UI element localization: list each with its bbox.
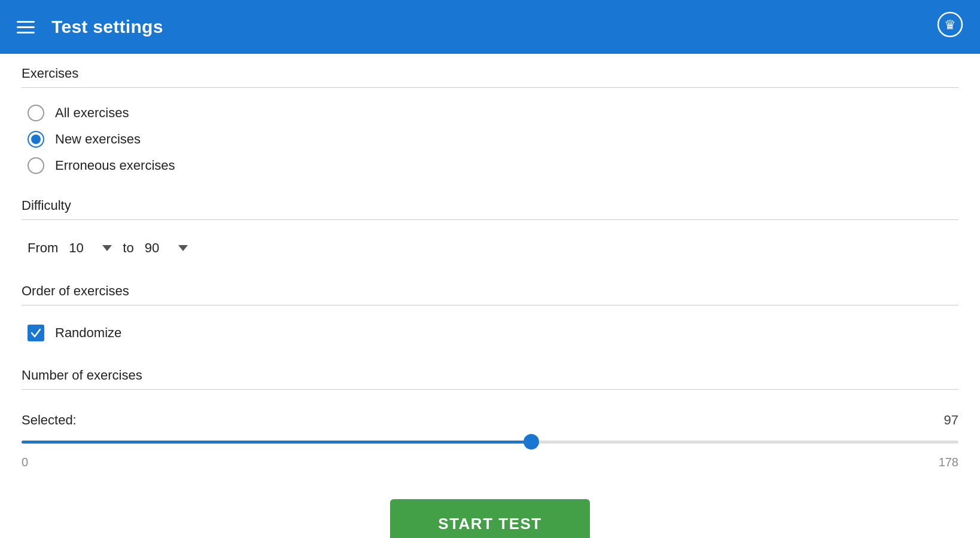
number-section-title: Number of exercises	[22, 368, 958, 383]
number-divider	[22, 389, 958, 390]
order-section-title: Order of exercises	[22, 283, 958, 299]
header-left: Test settings	[17, 17, 163, 37]
slider-header-row: Selected: 97	[22, 412, 958, 428]
slider-minmax: 0 178	[22, 456, 958, 469]
slider-section: Selected: 97 0 178	[0, 406, 980, 481]
radio-erroneous-circle[interactable]	[28, 157, 44, 174]
radio-erroneous-label: Erroneous exercises	[55, 158, 175, 173]
selected-label: Selected:	[22, 412, 77, 428]
number-section: Number of exercises	[0, 356, 980, 406]
to-dropdown-arrow[interactable]	[178, 245, 188, 251]
hamburger-icon[interactable]	[17, 21, 35, 33]
randomize-checkbox-item[interactable]: Randomize	[22, 316, 958, 350]
page-title: Test settings	[51, 17, 163, 37]
to-value: 90	[145, 240, 175, 256]
slider-max: 178	[939, 456, 958, 469]
app-logo-icon: ♛	[937, 11, 963, 43]
radio-all-exercises[interactable]: All exercises	[28, 105, 952, 121]
from-dropdown-arrow[interactable]	[102, 245, 112, 251]
difficulty-section: Difficulty From 10 to 90	[0, 186, 980, 271]
svg-text:♛: ♛	[944, 17, 956, 32]
from-dropdown[interactable]: 10	[69, 240, 112, 256]
exercises-section: Exercises All exercises New exercises Er…	[0, 54, 980, 186]
radio-new-exercises[interactable]: New exercises	[28, 131, 952, 148]
start-test-button[interactable]: START TEST	[390, 499, 589, 538]
button-row: START TEST	[0, 481, 980, 538]
difficulty-section-title: Difficulty	[22, 198, 958, 213]
radio-all-circle[interactable]	[28, 105, 44, 121]
from-value: 10	[69, 240, 99, 256]
randomize-label: Randomize	[55, 325, 121, 341]
radio-erroneous-exercises[interactable]: Erroneous exercises	[28, 157, 952, 174]
order-section: Order of exercises Randomize	[0, 271, 980, 356]
exercises-radio-group: All exercises New exercises Erroneous ex…	[22, 99, 958, 180]
from-label: From	[28, 240, 58, 256]
exercises-slider[interactable]	[22, 441, 958, 444]
slider-min: 0	[22, 456, 28, 469]
header: Test settings ♛	[0, 0, 980, 54]
to-label: to	[123, 240, 133, 256]
radio-new-label: New exercises	[55, 132, 141, 147]
selected-value: 97	[944, 412, 958, 428]
to-dropdown[interactable]: 90	[145, 240, 188, 256]
randomize-checkbox[interactable]	[28, 325, 44, 341]
difficulty-row: From 10 to 90	[22, 231, 958, 265]
main-content: Exercises All exercises New exercises Er…	[0, 54, 980, 538]
slider-container	[22, 433, 958, 451]
radio-new-circle[interactable]	[28, 131, 44, 148]
exercises-section-title: Exercises	[22, 66, 958, 81]
order-divider	[22, 305, 958, 305]
exercises-divider	[22, 87, 958, 88]
difficulty-divider	[22, 219, 958, 220]
radio-all-label: All exercises	[55, 105, 129, 121]
